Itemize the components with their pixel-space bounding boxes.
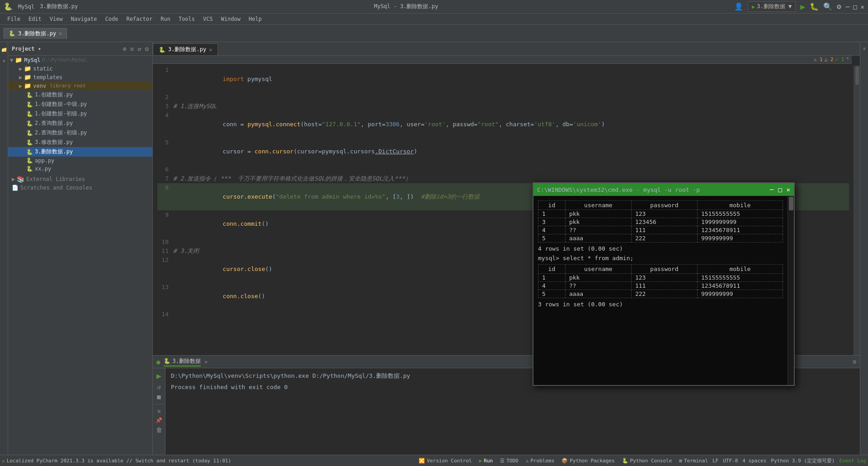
sidebar: Project ▾ ⊕ ≡ ⇄ ⚙ ▼ 📁 MySql D:\Python\My… [8,42,153,455]
sidebar-tool1[interactable]: ⊕ [123,45,126,52]
sidebar-tool2[interactable]: ≡ [130,45,134,52]
tree-file-4[interactable]: 🐍 2.查询数据.py [8,119,152,128]
tree-venv[interactable]: ▶ 📁 venv library root [8,81,152,90]
chevron-up-icon[interactable]: ⌃ [846,57,849,62]
cmd-close[interactable]: ✕ [787,186,790,193]
settings-icon[interactable]: ⚙ [837,2,841,11]
run-play-icon[interactable]: ▶ [156,371,161,380]
sidebar-settings[interactable]: ⚙ [145,45,149,52]
menu-vcs[interactable]: VCS [199,15,217,23]
open-file-tab[interactable]: 🐍 3.删除数据.py ✕ [4,28,67,39]
tree-file-7[interactable]: 🐍 3.删除数据.py [8,147,152,157]
folder-icon-venv: 📁 [24,82,31,89]
project-tab-icon[interactable]: 📁 [0,46,8,55]
toolbar: 🐍 3.删除数据.py ✕ [0,25,868,42]
structure-icon[interactable]: ≡ [861,46,868,52]
tree-scratches[interactable]: 📄 Scratches and Consoles [8,184,152,192]
problems-icon: ⚠ [526,458,529,464]
tab-close-icon[interactable]: ✕ [209,47,212,53]
menu-tools[interactable]: Tools [175,15,198,23]
menu-edit[interactable]: Edit [25,15,45,23]
tree-static[interactable]: ▶ 📁 static [8,64,152,73]
account-icon[interactable]: 👤 [734,2,743,11]
menu-refactor[interactable]: Refactor [123,15,156,23]
file-icon-1: 🐍 [26,92,33,98]
structure-tab-icon[interactable]: ≡ [0,58,7,64]
caution-icon: △ 2 [825,57,834,62]
bottom-tab-terminal[interactable]: ⊞ Terminal [675,457,712,465]
file-icon-2: 🐍 [26,101,33,108]
cmd-body: id username password mobile 1pkk12315155… [533,196,788,385]
close-button[interactable]: ✕ [861,3,864,10]
run-rerun-icon[interactable]: ↺ [157,383,160,390]
run-pin-icon[interactable]: 📌 [156,417,162,423]
ext-label: External Libraries [26,176,85,182]
cmd-scroll-thumb [789,197,793,210]
table2-row3: 5aaaa222999999999 [538,290,783,298]
scratches-icon: 📄 [12,185,19,191]
query2-text: mysql> select * from admin; [538,255,783,262]
editor-tab-active[interactable]: 🐍 3.删除数据.py ✕ [153,43,218,55]
file-label-6: 3.修改数据.py [35,138,73,146]
menu-run[interactable]: Run [157,15,174,23]
menu-code[interactable]: Code [102,15,122,23]
bottom-tab-console[interactable]: 🐍 Python Console [618,457,676,465]
lf-status[interactable]: LF [712,458,718,464]
code-line-1: 1 import pymysql [157,66,849,93]
code-line-3: 3 # 1.连接MySQL [157,102,849,111]
bottom-tab-problems[interactable]: ⚠ Problems [522,457,558,465]
expand-icon: ▼ [10,57,13,63]
tree-templates[interactable]: ▶ 📁 templates [8,73,152,81]
cmd-maximize[interactable]: □ [778,186,782,193]
maximize-button[interactable]: □ [853,3,857,10]
rows1-summary: 4 rows in set (0.00 sec) [538,245,783,252]
indent-status[interactable]: 4 spaces [742,458,766,464]
file-icon-7: 🐍 [26,149,33,155]
col2-id: id [538,265,566,274]
menu-view[interactable]: View [46,15,66,23]
tree-file-6[interactable]: 🐍 3.修改数据.py [8,138,152,147]
editor-scrollbar[interactable] [854,66,860,355]
bottom-tab-todo[interactable]: ☰ TODO [496,457,522,465]
tree-file-3[interactable]: 🐍 1.创建数据-初级.py [8,109,152,119]
run-stop-icon[interactable]: ■ [157,393,160,400]
run-tab-close[interactable]: ✕ [204,359,208,365]
table2-row1: 1pkk12315155555555 [538,274,783,282]
cmd-scrollbar[interactable] [788,196,794,385]
table1-row3: 4??11112345678911 [538,226,783,234]
col-username: username [565,201,631,210]
bottom-tab-vcs[interactable]: 🔀 Version Control [415,457,475,465]
sidebar-tool3[interactable]: ⇄ [137,45,141,52]
run-button[interactable]: ▶ [800,2,805,11]
tree-file-1[interactable]: 🐍 1.创建数据.py [8,90,152,100]
python-status[interactable]: Python 3.9 (定定很可爱) [771,457,835,464]
tab-name: 3.删除数据.py [168,46,206,53]
cmd-table-2: id username password mobile 1pkk12315155… [538,264,783,298]
run-config-dropdown[interactable]: ▶ 3.删除数据 ▼ [748,1,796,12]
menu-navigate[interactable]: Navigate [67,15,101,23]
encoding-status[interactable]: UTF-8 [723,458,738,464]
minimize-button[interactable]: ─ [846,3,849,10]
menu-file[interactable]: File [4,15,24,23]
cmd-minimize[interactable]: ─ [770,186,774,193]
debug-button[interactable]: 🐛 [810,2,819,11]
bottom-tab-run[interactable]: ▶ Run [476,457,497,465]
menu-help[interactable]: Help [245,15,265,23]
run-settings-icon[interactable]: ⚙ [853,358,856,365]
run-header-tab[interactable]: 🐍 3.删除数据 [164,357,200,366]
run-scroll-icon[interactable]: ≡ [157,408,160,414]
tree-external[interactable]: ▶ 📚 External Libraries [8,175,152,184]
menu-window[interactable]: Window [217,15,244,23]
tree-file-9[interactable]: 🐍 xx.py [8,165,152,173]
table2-row2: 4??11112345678911 [538,282,783,290]
tree-file-5[interactable]: 🐍 2.查询数据-初级.py [8,128,152,138]
run-trash-icon[interactable]: 🗑 [156,426,162,433]
expand-icon-ext: ▶ [12,176,15,182]
tree-file-2[interactable]: 🐍 1.创建数据-中级.py [8,100,152,109]
tree-root[interactable]: ▼ 📁 MySql D:\Python\MySql [8,56,152,64]
event-log-btn[interactable]: Event Log [839,458,866,464]
bottom-tab-packages[interactable]: 📦 Python Packages [558,457,618,465]
close-tab-icon[interactable]: ✕ [59,30,62,37]
tree-file-8[interactable]: 🐍 app.py [8,157,152,165]
search-everywhere-icon[interactable]: 🔍 [823,2,832,11]
